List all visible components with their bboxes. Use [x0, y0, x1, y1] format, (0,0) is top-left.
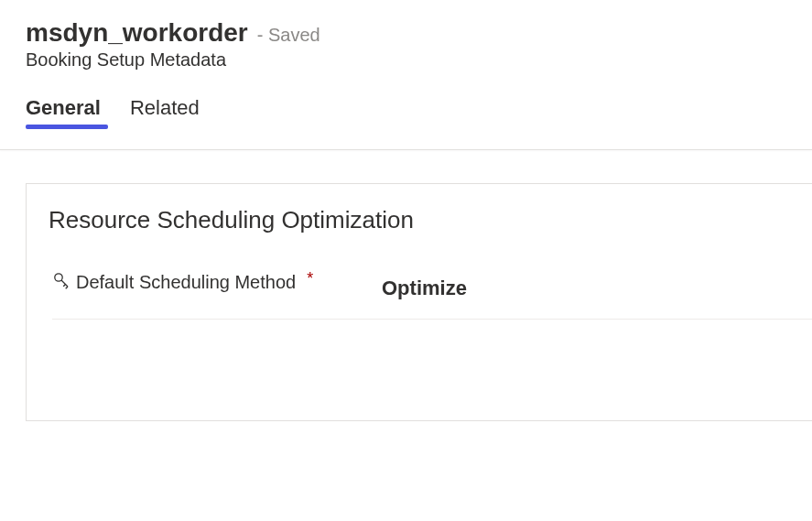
- tab-related-label: Related: [130, 96, 200, 119]
- field-default-scheduling-method: Default Scheduling Method * Optimize: [52, 267, 812, 320]
- tab-list: General Related: [0, 71, 812, 127]
- svg-line-3: [66, 287, 68, 288]
- field-label-wrap: Default Scheduling Method *: [52, 267, 345, 297]
- field-value-default-scheduling-method[interactable]: Optimize: [345, 267, 812, 300]
- save-status: - Saved: [257, 25, 320, 46]
- section-rso: Resource Scheduling Optimization Default…: [26, 183, 812, 421]
- form-content: Resource Scheduling Optimization Default…: [0, 150, 812, 421]
- tab-related[interactable]: Related: [130, 96, 200, 127]
- svg-point-0: [55, 274, 62, 281]
- page-title: msdyn_workorder: [26, 18, 248, 48]
- form-header: msdyn_workorder - Saved Booking Setup Me…: [0, 0, 812, 71]
- required-indicator: *: [307, 269, 313, 288]
- entity-subtitle: Booking Setup Metadata: [26, 49, 786, 71]
- field-label: Default Scheduling Method: [76, 267, 296, 297]
- title-row: msdyn_workorder - Saved: [26, 18, 786, 48]
- key-icon: [52, 271, 70, 293]
- svg-line-2: [63, 285, 65, 287]
- tab-general-label: General: [26, 96, 101, 119]
- tab-general[interactable]: General: [26, 96, 101, 127]
- section-title: Resource Scheduling Optimization: [49, 206, 812, 234]
